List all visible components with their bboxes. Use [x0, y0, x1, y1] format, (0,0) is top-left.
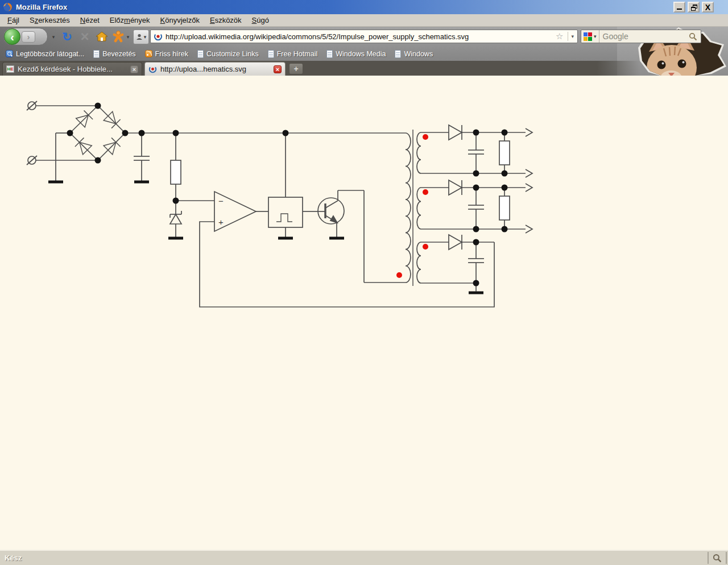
- zener-reference: [168, 201, 183, 238]
- series-resistor: [171, 133, 181, 201]
- page-content: − +: [0, 76, 728, 550]
- transformer: [396, 130, 428, 286]
- people-dropdown[interactable]: ▾: [125, 28, 131, 45]
- forward-button[interactable]: ›: [22, 31, 35, 43]
- tab-bar: HE Kezdő kérdések - Hobbiele... × http:/…: [0, 61, 728, 76]
- back-button[interactable]: ‹: [4, 28, 20, 45]
- tab-hobbielektronika[interactable]: HE Kezdő kérdések - Hobbiele... ×: [2, 62, 142, 76]
- primary-polarity-dot: [396, 272, 402, 278]
- secondary-output-3: [421, 235, 494, 293]
- browser-window: Mozilla Firefox X Fájl Szerkesztés Nézet…: [0, 0, 728, 565]
- pwm-modulator-block: [268, 133, 318, 238]
- window-title: Mozilla Firefox: [16, 3, 67, 11]
- filter-capacitor: [134, 133, 150, 182]
- bookmark-free-hotmail[interactable]: Free Hotmail: [264, 49, 321, 59]
- people-button[interactable]: [111, 28, 125, 45]
- bookmark-windows-media[interactable]: Windows Media: [323, 49, 389, 59]
- url-bar[interactable]: http://upload.wikimedia.org/wikipedia/co…: [150, 30, 578, 43]
- bookmarks-toolbar: Legtöbbször látogat... Bevezetés Friss h…: [0, 47, 728, 61]
- svg-text:−: −: [218, 196, 224, 206]
- person-icon: [136, 34, 143, 40]
- feedback-loop: [200, 222, 494, 307]
- junction-dots: [67, 103, 508, 286]
- stop-button[interactable]: ×: [77, 28, 92, 45]
- home-button[interactable]: [94, 28, 109, 45]
- bookmark-most-visited[interactable]: Legtöbbször látogat...: [2, 49, 88, 59]
- he-favicon: HE: [6, 65, 14, 73]
- menu-help[interactable]: Súgó: [247, 15, 274, 26]
- bookmark-customize-links[interactable]: Customize Links: [194, 49, 262, 59]
- menu-view[interactable]: Nézet: [75, 15, 105, 26]
- rss-icon: [145, 50, 152, 57]
- impulse-power-supply-schematic: − +: [0, 76, 728, 550]
- home-icon: [96, 32, 107, 41]
- new-tab-button[interactable]: +: [289, 63, 303, 74]
- menu-bookmarks[interactable]: Könyvjelzők: [155, 15, 205, 26]
- bookmark-windows[interactable]: Windows: [391, 49, 436, 59]
- close-button[interactable]: X: [702, 2, 714, 13]
- smart-folder-icon: [6, 50, 13, 57]
- page-icon: [93, 50, 100, 58]
- secondary1-polarity-dot: [423, 134, 428, 140]
- url-dropdown[interactable]: ▾: [568, 32, 574, 41]
- page-icon: [268, 50, 274, 58]
- page-icon: [197, 50, 204, 58]
- minimize-button[interactable]: [673, 2, 685, 13]
- back-forward-group: ‹ ›: [3, 28, 48, 45]
- navigation-toolbar: ‹ › ▾ ↻ × ▾ ▾: [0, 27, 728, 47]
- page-zoom-button[interactable]: [708, 552, 727, 564]
- page-icon: [326, 50, 333, 58]
- menu-bar: Fájl Szerkesztés Nézet Előzmények Könyvj…: [0, 14, 728, 27]
- restore-button[interactable]: [688, 2, 700, 13]
- bookmark-star-icon[interactable]: ☆: [556, 31, 563, 41]
- secondary3-polarity-dot: [423, 244, 428, 250]
- close-icon: X: [705, 3, 710, 11]
- search-input[interactable]: Google: [603, 32, 689, 41]
- svg-text:+: +: [218, 217, 224, 227]
- menu-edit[interactable]: Szerkesztés: [24, 15, 75, 26]
- tab-close-button[interactable]: ×: [274, 65, 282, 73]
- google-icon: [584, 32, 592, 41]
- stop-icon: ×: [80, 28, 89, 45]
- switching-transistor: [318, 190, 406, 282]
- firefox-icon: [3, 2, 13, 12]
- back-history-dropdown[interactable]: ▾: [50, 28, 57, 45]
- minimize-icon: [677, 9, 682, 10]
- error-amplifier-opamp: − +: [176, 192, 268, 231]
- wikimedia-favicon: [154, 32, 163, 41]
- tab-schematics-svg[interactable]: http://uploa...hematics.svg ×: [144, 62, 286, 76]
- status-bar: Kész: [0, 550, 728, 565]
- url-text: http://upload.wikimedia.org/wikipedia/co…: [166, 32, 556, 41]
- menu-history[interactable]: Előzmények: [105, 15, 155, 26]
- search-box[interactable]: ▾ Google: [581, 30, 701, 43]
- title-bar[interactable]: Mozilla Firefox X: [0, 0, 728, 14]
- page-icon: [395, 50, 401, 58]
- status-text: Kész: [5, 554, 708, 562]
- wikimedia-favicon: [148, 65, 157, 73]
- profile-button[interactable]: ▾: [133, 30, 149, 44]
- secondary2-polarity-dot: [423, 189, 428, 195]
- menu-tools[interactable]: Eszközök: [205, 15, 247, 26]
- bookmark-friss-hirek[interactable]: Friss hírek: [142, 49, 192, 59]
- person-star-icon: [113, 31, 124, 43]
- search-magnifier-icon[interactable]: [689, 32, 697, 41]
- bridge-rectifier: [48, 106, 125, 182]
- magnifier-icon: [713, 554, 722, 563]
- bookmark-bevezetes[interactable]: Bevezetés: [90, 49, 139, 59]
- reload-icon: ↻: [62, 30, 72, 44]
- reload-button[interactable]: ↻: [59, 28, 75, 45]
- menu-file[interactable]: Fájl: [2, 15, 24, 26]
- search-engine-button[interactable]: ▾: [581, 30, 599, 43]
- tab-close-button[interactable]: ×: [130, 65, 138, 73]
